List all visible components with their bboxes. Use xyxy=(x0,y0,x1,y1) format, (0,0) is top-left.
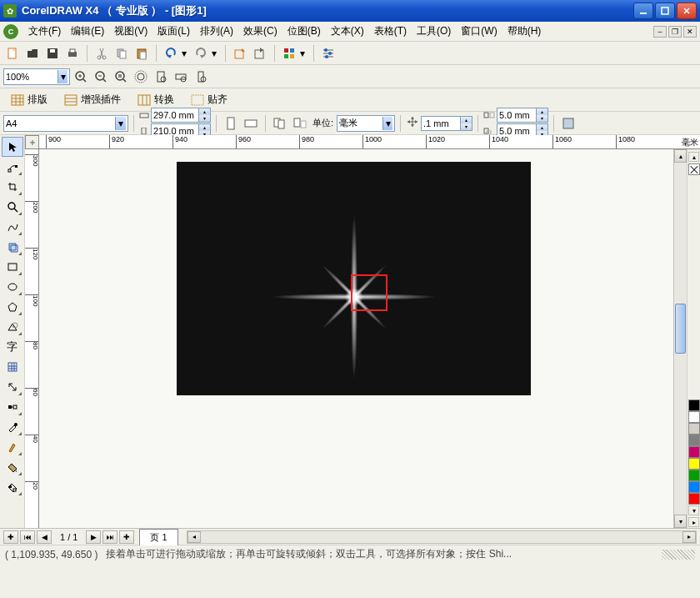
spin-up[interactable]: ▴ xyxy=(198,124,210,131)
vertical-scrollbar[interactable]: ▴ ▾ xyxy=(673,149,687,528)
interactive-tool[interactable] xyxy=(2,397,23,417)
artwork-background[interactable] xyxy=(177,162,531,395)
unit-dropdown[interactable]: ▾ xyxy=(382,117,392,130)
color-swatch[interactable] xyxy=(688,411,700,423)
zoom-page-button[interactable] xyxy=(152,68,170,86)
zoom-height-button[interactable] xyxy=(192,68,210,86)
scroll-right-button[interactable]: ▸ xyxy=(682,531,696,543)
selection-box[interactable] xyxy=(351,274,388,311)
add-page-after-button[interactable]: ✚ xyxy=(119,530,134,544)
spin-up[interactable]: ▴ xyxy=(198,108,210,115)
table-tool[interactable] xyxy=(2,357,23,377)
paper-size-combo[interactable]: ▾ xyxy=(3,115,128,132)
polygon-tool[interactable] xyxy=(2,297,23,317)
current-page-button[interactable] xyxy=(291,114,309,133)
redo-button[interactable] xyxy=(192,44,210,63)
all-pages-button[interactable] xyxy=(271,114,289,133)
paper-size-dropdown[interactable]: ▾ xyxy=(115,117,126,130)
zoom-dropdown[interactable]: ▾ xyxy=(58,70,68,83)
ruler-origin[interactable] xyxy=(25,135,39,149)
add-page-button[interactable]: ✚ xyxy=(3,530,18,544)
page-width-spin[interactable]: ▴▾ xyxy=(151,108,211,123)
scroll-left-button[interactable]: ◂ xyxy=(188,531,201,543)
new-button[interactable] xyxy=(3,44,22,63)
tab-typeset[interactable]: 排版 xyxy=(3,89,55,110)
color-swatch[interactable] xyxy=(688,493,700,505)
export-button[interactable] xyxy=(251,44,269,63)
spin-up[interactable]: ▴ xyxy=(536,124,548,131)
scroll-track[interactable] xyxy=(674,163,687,515)
spin-up[interactable]: ▴ xyxy=(536,108,548,115)
spin-down[interactable]: ▾ xyxy=(460,123,472,130)
scroll-up-button[interactable]: ▴ xyxy=(674,149,687,163)
hscroll-track[interactable] xyxy=(201,531,682,543)
page-tab[interactable]: 页 1 xyxy=(139,529,178,545)
freehand-tool[interactable] xyxy=(2,217,23,237)
menu-file[interactable]: 文件(F) xyxy=(23,22,66,41)
color-swatch[interactable] xyxy=(688,446,700,458)
mdi-restore-button[interactable]: ❐ xyxy=(668,26,682,38)
minimize-button[interactable] xyxy=(633,3,653,19)
color-swatch[interactable] xyxy=(688,481,700,493)
pick-tool[interactable] xyxy=(2,137,23,157)
spin-down[interactable]: ▾ xyxy=(536,115,548,122)
color-swatch[interactable] xyxy=(688,400,700,411)
nudge-input[interactable] xyxy=(422,118,460,128)
scroll-down-button[interactable]: ▾ xyxy=(674,515,687,528)
print-button[interactable] xyxy=(63,44,82,63)
menu-window[interactable]: 窗口(W) xyxy=(456,22,502,41)
horizontal-ruler[interactable]: 90092094096098010001020104010601080 毫米 xyxy=(25,135,700,149)
mdi-minimize-button[interactable]: – xyxy=(653,26,667,38)
options-button[interactable] xyxy=(319,44,338,63)
color-swatch[interactable] xyxy=(688,423,700,435)
dimension-tool[interactable] xyxy=(2,377,23,397)
first-page-button[interactable]: ⏮ xyxy=(20,530,35,544)
menu-effects[interactable]: 效果(C) xyxy=(238,22,282,41)
zoom-width-button[interactable] xyxy=(172,68,190,86)
zoom-selection-button[interactable] xyxy=(112,68,130,86)
nudge-spin[interactable]: ▴▾ xyxy=(421,116,472,131)
redo-dropdown[interactable]: ▾ xyxy=(212,48,220,59)
eyedropper-tool[interactable] xyxy=(2,417,23,437)
undo-dropdown[interactable]: ▾ xyxy=(182,48,190,59)
copy-button[interactable] xyxy=(112,44,131,63)
paper-size-input[interactable] xyxy=(6,118,115,128)
zoom-in-button[interactable] xyxy=(72,68,90,86)
next-page-button[interactable]: ▶ xyxy=(86,530,101,544)
canvas[interactable] xyxy=(39,149,673,528)
import-button[interactable] xyxy=(231,44,249,63)
color-swatch[interactable] xyxy=(688,470,700,481)
palette-up-button[interactable]: ▴ xyxy=(688,152,699,162)
last-page-button[interactable]: ⏭ xyxy=(102,530,118,544)
menu-layout[interactable]: 版面(L) xyxy=(152,22,195,41)
maximize-button[interactable] xyxy=(655,3,675,19)
paste-button[interactable] xyxy=(132,44,151,63)
dup-x-spin[interactable]: ▴▾ xyxy=(497,108,548,123)
spin-down[interactable]: ▾ xyxy=(198,115,210,122)
zoom-tool[interactable] xyxy=(2,197,23,217)
rectangle-tool[interactable] xyxy=(2,257,23,277)
vertical-ruler[interactable]: 30020012010080604020 xyxy=(25,149,39,528)
color-swatch[interactable] xyxy=(688,458,700,470)
treat-as-filled-button[interactable] xyxy=(559,114,578,133)
app-launcher-dropdown[interactable]: ▾ xyxy=(300,48,308,59)
menu-arrange[interactable]: 排列(A) xyxy=(195,22,238,41)
page-width-input[interactable] xyxy=(152,110,198,120)
scroll-thumb[interactable] xyxy=(675,304,686,354)
crop-tool[interactable] xyxy=(2,177,23,197)
zoom-combo[interactable]: ▾ xyxy=(3,68,70,85)
color-swatch[interactable] xyxy=(688,435,700,446)
fill-tool[interactable] xyxy=(2,457,23,477)
horizontal-scrollbar[interactable]: ◂ ▸ xyxy=(187,530,697,544)
zoom-all-button[interactable] xyxy=(132,68,150,86)
menu-bitmap[interactable]: 位图(B) xyxy=(282,22,326,41)
no-color-swatch[interactable] xyxy=(688,163,700,175)
save-button[interactable] xyxy=(43,44,62,63)
open-button[interactable] xyxy=(23,44,42,63)
orientation-landscape-button[interactable] xyxy=(242,114,260,133)
basic-shapes-tool[interactable] xyxy=(2,317,23,337)
unit-combo[interactable]: ▾ xyxy=(337,115,395,132)
undo-button[interactable] xyxy=(162,44,180,63)
zoom-input[interactable] xyxy=(6,72,58,82)
outline-tool[interactable] xyxy=(2,437,23,457)
